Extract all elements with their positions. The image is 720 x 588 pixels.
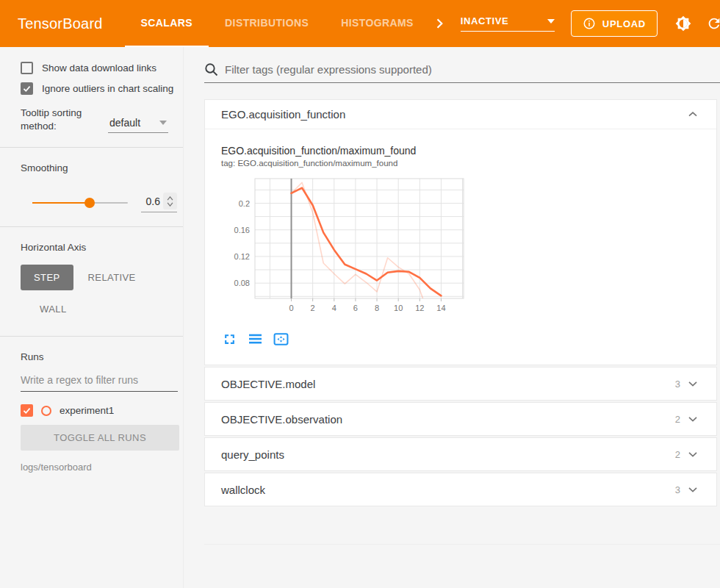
tag-filter-bar [204, 62, 720, 83]
tooltip-sorting-label: Tooltip sorting method: [21, 107, 98, 133]
toggle-all-runs-button[interactable]: TOGGLE ALL RUNS [21, 425, 179, 451]
caret-down-icon [547, 19, 555, 24]
panel-header[interactable]: EGO.acquisition_function [205, 100, 716, 129]
panel-query-points: query_points 2 [204, 437, 717, 471]
chevron-right-icon[interactable] [430, 14, 449, 33]
chart-toolbar [221, 331, 700, 347]
expand-chart-icon[interactable] [221, 331, 237, 347]
panel-wallclock: wallclock 3 [204, 473, 717, 506]
runs-regex-input[interactable] [21, 374, 178, 392]
brightness-icon[interactable] [674, 14, 693, 33]
svg-text:12: 12 [415, 304, 424, 312]
panel-count: 3 [675, 379, 680, 390]
panel-ego-acquisition-function: EGO.acquisition_function EGO.acquisition… [204, 99, 717, 365]
panel-objective-model: OBJECTIVE.model 3 [204, 367, 717, 401]
tooltip-sorting-value: default [109, 117, 140, 129]
smoothing-stepper[interactable] [163, 193, 177, 209]
panel-meta: 2 [675, 412, 700, 426]
checkbox-checked-icon [21, 82, 33, 95]
sidebar-divider [0, 226, 183, 227]
upload-button[interactable]: UPLOAD [571, 10, 658, 37]
show-download-links-label: Show data download links [42, 62, 156, 74]
axis-relative-button[interactable]: RELATIVE [85, 265, 139, 290]
axis-buttons-row2: WALL [21, 296, 177, 322]
chevron-down-icon[interactable] [685, 376, 700, 391]
chart-box: 024681012140.080.120.160.2 [221, 173, 700, 325]
smoothing-slider[interactable] [32, 202, 128, 204]
tooltip-sorting-row: Tooltip sorting method: default [21, 107, 177, 133]
panel-header[interactable]: OBJECTIVE.model 3 [205, 368, 716, 400]
main-end-divider [204, 544, 720, 545]
toggle-log-scale-icon[interactable] [247, 331, 263, 347]
tab-histograms[interactable]: HISTOGRAMS [325, 0, 430, 47]
smoothing-value-input[interactable] [141, 196, 160, 207]
run-checkbox-icon[interactable] [21, 404, 33, 417]
upload-label: UPLOAD [602, 18, 646, 29]
svg-text:0.08: 0.08 [234, 279, 250, 287]
panel-header[interactable]: wallclock 3 [205, 473, 716, 506]
run-name-label: experiment1 [60, 405, 114, 416]
search-icon [204, 62, 218, 76]
sidebar-divider [0, 336, 183, 337]
svg-text:0: 0 [289, 304, 293, 312]
show-download-links-checkbox-row[interactable]: Show data download links [21, 62, 177, 74]
svg-text:4: 4 [332, 304, 336, 312]
svg-text:0.12: 0.12 [234, 252, 250, 261]
chevron-up-icon[interactable] [685, 107, 700, 122]
svg-text:2: 2 [311, 304, 315, 312]
svg-text:14: 14 [436, 304, 445, 312]
header-right: INACTIVE UPLOAD [430, 0, 720, 47]
run-item-experiment1: experiment1 [21, 404, 177, 417]
panel-objective-observation: OBJECTIVE.observation 2 [204, 402, 717, 436]
ignore-outliers-checkbox-row[interactable]: Ignore outliers in chart scaling [21, 82, 177, 95]
runs-title: Runs [21, 351, 177, 362]
horizontal-axis-title: Horizontal Axis [21, 242, 177, 253]
panel-header[interactable]: OBJECTIVE.observation 2 [205, 403, 716, 435]
smoothing-slider-thumb[interactable] [84, 198, 95, 208]
info-icon [583, 17, 596, 30]
chart-title: EGO.acquisition_function/maximum_found [221, 145, 700, 157]
smoothing-slider-fill [32, 202, 90, 204]
sidebar: Show data download links Ignore outliers… [0, 47, 184, 588]
nav-tabs: SCALARS DISTRIBUTIONS HISTOGRAMS [125, 0, 430, 47]
log-directory-label: logs/tensorboard [21, 462, 177, 473]
axis-wall-button[interactable]: WALL [37, 296, 70, 322]
panel-meta: 2 [675, 447, 700, 462]
tooltip-sorting-select[interactable]: default [108, 117, 168, 133]
svg-text:0.2: 0.2 [239, 199, 250, 208]
panel-count: 2 [675, 449, 680, 460]
checkbox-unchecked-icon [21, 62, 33, 74]
run-status-dropdown[interactable]: INACTIVE [461, 15, 555, 32]
tab-scalars[interactable]: SCALARS [125, 0, 209, 47]
panel-count: 3 [675, 484, 680, 495]
chevron-down-icon[interactable] [685, 482, 700, 497]
tag-filter-input[interactable] [225, 63, 720, 76]
sidebar-divider [0, 147, 183, 148]
panel-title: OBJECTIVE.model [221, 378, 315, 390]
ignore-outliers-label: Ignore outliers in chart scaling [42, 83, 173, 94]
svg-text:8: 8 [375, 304, 379, 312]
panel-body: EGO.acquisition_function/maximum_found t… [205, 129, 716, 365]
axis-buttons: STEP RELATIVE [21, 265, 177, 290]
svg-text:6: 6 [353, 304, 358, 312]
smoothing-row [21, 193, 177, 212]
smoothing-value-wrap [141, 193, 177, 212]
tab-distributions[interactable]: DISTRIBUTIONS [209, 0, 325, 47]
refresh-icon[interactable] [705, 14, 720, 33]
main-content: EGO.acquisition_function EGO.acquisition… [184, 47, 720, 588]
panel-title: OBJECTIVE.observation [221, 413, 342, 426]
smoothing-title: Smoothing [21, 162, 177, 173]
chart-tag-subtitle: tag: EGO.acquisition_function/maximum_fo… [221, 159, 700, 168]
run-status-label: INACTIVE [461, 15, 508, 26]
panel-title: EGO.acquisition_function [221, 108, 345, 121]
run-color-circle-icon[interactable] [41, 406, 51, 416]
axis-step-button[interactable]: STEP [21, 265, 73, 290]
caret-down-icon [159, 121, 167, 125]
panel-header[interactable]: query_points 2 [205, 438, 716, 470]
chevron-down-icon[interactable] [685, 412, 700, 426]
fit-domain-icon[interactable] [273, 331, 289, 347]
app-title: TensorBoard [18, 15, 103, 32]
chevron-down-icon[interactable] [685, 447, 700, 462]
app-header: TensorBoard SCALARS DISTRIBUTIONS HISTOG… [0, 0, 720, 47]
scalar-chart-svg[interactable]: 024681012140.080.120.160.2 [221, 173, 468, 322]
